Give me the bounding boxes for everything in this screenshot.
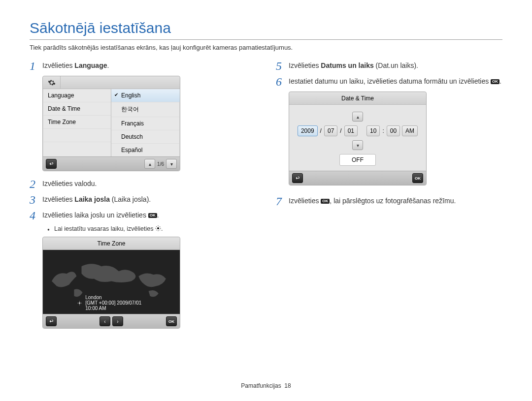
- svg-line-7: [156, 230, 157, 230]
- gear-icon: [43, 76, 61, 89]
- step-7-text: Izvēlieties OK, lai pārslēgtos uz fotogr…: [289, 195, 456, 207]
- cat-timezone[interactable]: Time Zone: [43, 116, 111, 129]
- pager: ▴ 1/6 ▾: [144, 159, 177, 169]
- ok-icon: OK: [491, 79, 499, 84]
- step-1-text: Izvēlieties Language.: [42, 60, 109, 72]
- step-4-text: Izvēlieties laika joslu un izvēlieties O…: [42, 210, 159, 221]
- tz-city: London: [85, 295, 145, 300]
- page-down-icon[interactable]: ▾: [166, 159, 177, 169]
- step-4-bullet: Lai iestatītu vasaras laiku, izvēlieties…: [30, 225, 256, 233]
- timezone-map[interactable]: London [GMT +00:00] 2009/07/01 10:00 AM: [43, 250, 180, 314]
- step-3-num: 3: [30, 194, 42, 206]
- step-7: 7 Izvēlieties OK, lai pārslēgtos uz foto…: [276, 195, 502, 207]
- settings-categories: Language Date & Time Time Zone: [43, 89, 111, 156]
- datetime-title: Date & Time: [289, 92, 426, 105]
- cat-datetime[interactable]: Date & Time: [43, 102, 111, 116]
- step-5-num: 5: [276, 60, 289, 72]
- ok-icon: OK: [148, 213, 157, 218]
- page-footer: Pamatfunkcijas 18: [0, 382, 532, 389]
- right-column: 5 Izvēlieties Datums un laiks (Dat.un la…: [276, 60, 502, 336]
- step-3-text: Izvēlieties Laika josla (Laika josla).: [42, 194, 151, 206]
- page-indicator: 1/6: [157, 161, 164, 167]
- step-5: 5 Izvēlieties Datums un laiks (Dat.un la…: [276, 60, 502, 72]
- step-6: 6 Iestatiet datumu un laiku, izvēlieties…: [276, 76, 502, 88]
- step-6-text: Iestatiet datumu un laiku, izvēlieties d…: [289, 76, 501, 88]
- step-1: 1 Izvēlieties Language.: [30, 60, 256, 72]
- cat-empty2: [43, 142, 111, 155]
- lang-francais[interactable]: Français: [111, 117, 180, 130]
- dt-ampm[interactable]: AM: [402, 125, 418, 136]
- svg-line-5: [156, 226, 157, 227]
- step-5-text: Izvēlieties Datums un laiks (Dat.un laik…: [289, 60, 418, 72]
- language-ui-header: [43, 76, 180, 89]
- datetime-row: 2009 / 07 / 01 10 : 00 AM: [298, 125, 418, 136]
- dt-month[interactable]: 07: [324, 125, 337, 136]
- step-2-text: Izvēlieties valodu.: [42, 178, 97, 190]
- lang-korean[interactable]: 한국어: [111, 102, 180, 117]
- step-2-num: 2: [30, 178, 42, 190]
- page-up-icon[interactable]: ▴: [144, 159, 155, 169]
- step-6-num: 6: [276, 76, 289, 88]
- language-options: English 한국어 Français Deutsch Español: [111, 89, 180, 156]
- left-column: 1 Izvēlieties Language. Language Date & …: [30, 60, 256, 336]
- svg-point-9: [79, 302, 80, 304]
- dt-back-button[interactable]: [292, 173, 303, 183]
- dt-year[interactable]: 2009: [298, 125, 318, 136]
- cat-empty1: [43, 129, 111, 142]
- tz-left-icon[interactable]: ‹: [100, 316, 110, 326]
- back-button[interactable]: [46, 159, 57, 169]
- step-2: 2 Izvēlieties valodu.: [30, 178, 256, 190]
- svg-line-8: [160, 226, 160, 227]
- lang-deutsch[interactable]: Deutsch: [111, 130, 180, 144]
- lang-espanol[interactable]: Español: [111, 144, 180, 156]
- datetime-ui: Date & Time ▴ 2009 / 07 / 01 10 : 00 AM: [289, 92, 427, 185]
- page-title: Sākotnējā iestatīšana: [30, 20, 502, 40]
- sun-icon: [155, 225, 161, 233]
- step-1-num: 1: [30, 60, 42, 72]
- language-ui: Language Date & Time Time Zone English 한…: [42, 76, 180, 171]
- dt-down-icon[interactable]: ▾: [352, 140, 363, 150]
- ok-icon: OK: [321, 199, 330, 204]
- lang-english[interactable]: English: [111, 89, 180, 102]
- dt-hour[interactable]: 10: [366, 125, 380, 136]
- dt-ok-button[interactable]: OK: [412, 173, 423, 183]
- dst-icon: [77, 300, 83, 307]
- dt-min[interactable]: 00: [387, 125, 400, 136]
- step-3: 3 Izvēlieties Laika josla (Laika josla).: [30, 194, 256, 206]
- timezone-title: Time Zone: [43, 237, 180, 250]
- intro-text: Tiek parādīts sākotnējās iestatīšanas ek…: [30, 44, 502, 51]
- svg-line-6: [160, 230, 160, 230]
- timezone-ui: Time Zone London [GMT +00:00] 2009/07/01…: [42, 237, 180, 329]
- dt-up-icon[interactable]: ▴: [352, 112, 363, 122]
- tz-back-button[interactable]: [46, 316, 57, 326]
- tz-ok-button[interactable]: OK: [166, 316, 177, 326]
- svg-point-0: [157, 227, 159, 229]
- tz-gmt: [GMT +00:00] 2009/07/01 10:00 AM: [85, 300, 145, 311]
- step-4: 4 Izvēlieties laika joslu un izvēlieties…: [30, 210, 256, 221]
- cat-language[interactable]: Language: [43, 89, 111, 102]
- dt-off[interactable]: OFF: [339, 154, 376, 166]
- dt-day[interactable]: 01: [344, 125, 358, 136]
- tz-right-icon[interactable]: ›: [112, 316, 123, 326]
- step-4-num: 4: [30, 210, 42, 221]
- step-7-num: 7: [276, 195, 289, 207]
